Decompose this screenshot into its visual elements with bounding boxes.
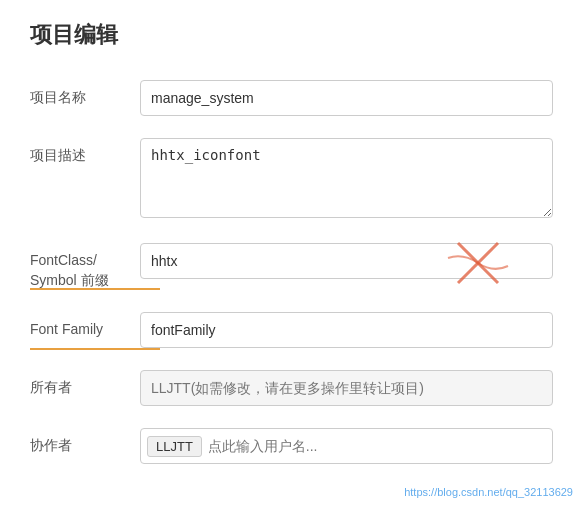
font-class-control	[140, 243, 553, 279]
project-name-control	[140, 80, 553, 116]
font-family-input[interactable]	[140, 312, 553, 348]
project-name-input[interactable]	[140, 80, 553, 116]
collaborator-row: 协作者 LLJTT	[30, 428, 553, 464]
owner-row: 所有者	[30, 370, 553, 406]
watermark: https://blog.csdn.net/qq_32113629	[404, 486, 573, 498]
font-class-label: FontClass/ Symbol 前缀	[30, 243, 140, 290]
collaborator-control: LLJTT	[140, 428, 553, 464]
collaborator-label: 协作者	[30, 428, 140, 456]
collaborator-tag-wrapper[interactable]: LLJTT	[140, 428, 553, 464]
project-name-row: 项目名称	[30, 80, 553, 116]
owner-control	[140, 370, 553, 406]
collaborator-input[interactable]	[208, 438, 546, 454]
collaborator-tag: LLJTT	[147, 436, 202, 457]
project-desc-label: 项目描述	[30, 138, 140, 166]
project-desc-control	[140, 138, 553, 221]
font-family-label: Font Family	[30, 312, 140, 340]
page-title: 项目编辑	[30, 20, 553, 50]
project-desc-row: 项目描述	[30, 138, 553, 221]
label-underline	[30, 288, 160, 290]
font-class-input[interactable]	[140, 243, 553, 279]
font-family-label-underline	[30, 348, 160, 350]
font-class-row: FontClass/ Symbol 前缀	[30, 243, 553, 290]
project-name-label: 项目名称	[30, 80, 140, 108]
project-desc-textarea[interactable]	[140, 138, 553, 218]
font-family-control	[140, 312, 553, 348]
owner-label: 所有者	[30, 370, 140, 398]
owner-input	[140, 370, 553, 406]
font-family-row: Font Family	[30, 312, 553, 348]
